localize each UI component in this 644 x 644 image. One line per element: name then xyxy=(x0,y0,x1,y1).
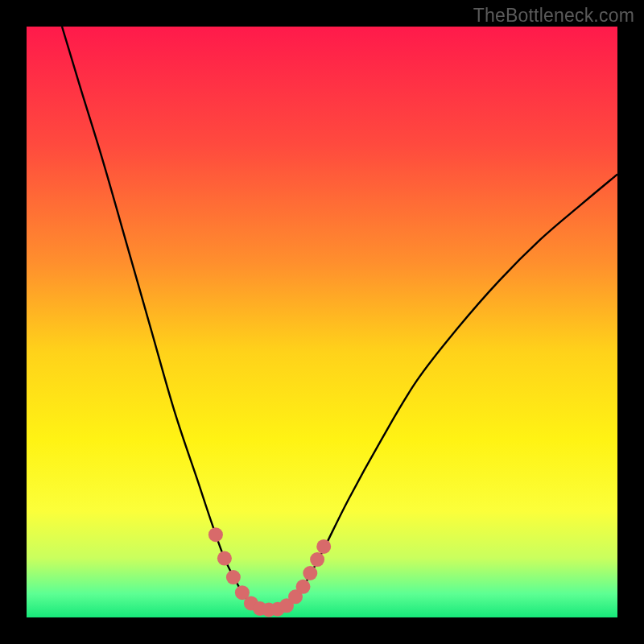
highlight-dot xyxy=(217,551,232,566)
highlight-dot xyxy=(208,527,223,542)
highlight-dot xyxy=(303,566,317,580)
gradient-background xyxy=(27,27,617,617)
highlight-dot xyxy=(226,570,241,584)
chart-svg xyxy=(27,27,617,617)
outer-black-frame: TheBottleneck.com xyxy=(0,0,644,644)
highlight-dot xyxy=(296,580,311,594)
watermark-text: TheBottleneck.com xyxy=(473,5,634,27)
highlight-dot xyxy=(316,539,331,554)
gradient-plot-area xyxy=(27,27,617,617)
highlight-dot xyxy=(310,552,324,567)
